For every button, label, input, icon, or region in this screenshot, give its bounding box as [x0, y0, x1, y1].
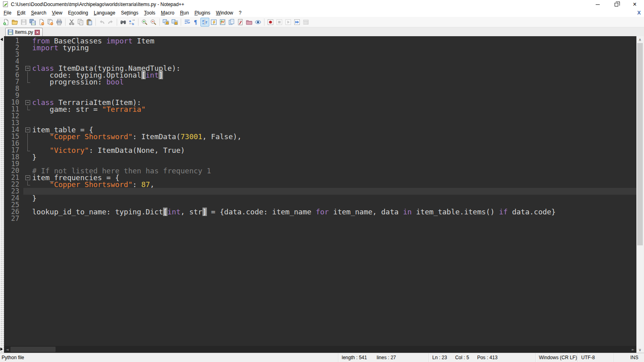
close-all-button[interactable] [46, 18, 55, 27]
line-number: 2 [4, 44, 23, 51]
code-text[interactable] [32, 85, 636, 92]
sync-horizontal-scroll-button[interactable] [170, 18, 179, 27]
code-text[interactable] [32, 51, 636, 58]
code-text[interactable]: lookup_id_to_name: typing.Dict[int, str]… [32, 208, 636, 215]
menu-?[interactable]: ? [236, 9, 244, 16]
fold-margin [23, 78, 32, 85]
save-all-button[interactable] [28, 18, 37, 27]
scroll-down-icon[interactable]: ∨ [637, 346, 643, 353]
code-text[interactable] [32, 188, 636, 195]
code-text[interactable]: } [32, 195, 636, 202]
tab-bar: Items.py× [0, 27, 644, 36]
paste-button[interactable] [85, 18, 94, 27]
vertical-scrollbar-thumb[interactable] [637, 43, 643, 245]
fold-collapse-icon[interactable] [23, 65, 32, 72]
horizontal-scrollbar[interactable]: ◄ ► [4, 346, 636, 353]
menu-view[interactable]: View [49, 9, 65, 16]
code-text[interactable] [32, 215, 636, 222]
code-line: 13 [4, 119, 636, 126]
line-number: 3 [4, 51, 23, 58]
fold-margin [23, 37, 32, 44]
notepadpp-app-icon[interactable] [2, 1, 9, 8]
code-editor[interactable]: 1from BaseClasses import Item2import typ… [4, 36, 636, 346]
replace-button[interactable]: ab [128, 18, 136, 27]
sync-vertical-scroll-button[interactable] [161, 18, 170, 27]
word-wrap-button[interactable] [183, 18, 192, 27]
open-file-button[interactable] [10, 18, 19, 27]
menu-encoding[interactable]: Encoding [65, 9, 91, 16]
tab-items-py[interactable]: Items.py× [5, 28, 43, 36]
code-text[interactable]: game: str = "Terraria" [32, 106, 636, 113]
close-all-icon [47, 19, 54, 25]
menu-run[interactable]: Run [177, 9, 192, 16]
code-text[interactable]: } [32, 154, 636, 160]
menu-close-document-button[interactable]: X [637, 10, 641, 16]
macro-save-button[interactable] [301, 18, 310, 27]
close-button[interactable]: × [625, 0, 644, 9]
panel-arrow-icon[interactable] [0, 348, 3, 351]
macro-stop-button[interactable] [275, 18, 284, 27]
code-text[interactable]: from BaseClasses import Item [32, 37, 636, 44]
toolbar-separator [264, 19, 264, 26]
show-all-characters-button[interactable]: ¶ [192, 18, 200, 27]
macro-stop-icon [276, 19, 283, 25]
fold-collapse-icon[interactable] [23, 174, 32, 181]
new-file-button[interactable] [2, 18, 10, 27]
show-indent-guide-button[interactable] [200, 18, 209, 27]
code-text[interactable]: "Copper Shortsword": 87, [32, 181, 636, 188]
menu-search[interactable]: Search [28, 9, 49, 16]
code-text[interactable]: # If not listed here then has frequency … [32, 167, 636, 174]
tab-scroll-left-icon[interactable] [0, 38, 3, 41]
macro-run-multiple-button[interactable] [293, 18, 301, 27]
view-current-file-button[interactable] [254, 18, 262, 27]
document-map-button[interactable] [218, 18, 227, 27]
copy-button[interactable] [76, 18, 85, 27]
code-text[interactable] [32, 119, 636, 126]
code-text[interactable]: "Copper Shortsword": ItemData(73001, Fal… [32, 133, 636, 140]
status-eol-format[interactable]: Windows (CR LF) [535, 353, 578, 362]
code-text[interactable]: "Victory": ItemData(None, True) [32, 147, 636, 154]
menu-language[interactable]: Language [91, 9, 118, 16]
menu-file[interactable]: File [1, 9, 14, 16]
code-line: 12 [4, 113, 636, 119]
redo-button[interactable] [106, 18, 115, 27]
macro-record-button[interactable] [266, 18, 275, 27]
monitoring-icon [237, 19, 244, 25]
undo-button[interactable] [97, 18, 106, 27]
scroll-left-icon[interactable]: ◄ [4, 346, 10, 353]
paste-icon [86, 19, 93, 25]
cut-button[interactable] [67, 18, 76, 27]
horizontal-scrollbar-thumb[interactable] [10, 347, 56, 352]
vertical-scrollbar[interactable]: ∧ ∨ [636, 36, 643, 353]
print-button[interactable] [55, 18, 64, 27]
zoom-in-button[interactable] [140, 18, 149, 27]
tab-close-icon[interactable]: × [35, 30, 40, 35]
status-insert-mode[interactable]: INS [614, 353, 644, 362]
code-text[interactable]: import typing [32, 44, 636, 51]
menu-tools[interactable]: Tools [141, 9, 158, 16]
menu-settings[interactable]: Settings [118, 9, 141, 16]
redo-icon [107, 19, 114, 25]
project-panel-button[interactable] [245, 18, 254, 27]
menu-edit[interactable]: Edit [14, 9, 28, 16]
status-encoding[interactable]: UTF-8 [578, 353, 614, 362]
minimize-button[interactable] [588, 0, 607, 9]
scroll-right-icon[interactable]: ► [630, 346, 636, 353]
monitoring-button[interactable] [236, 18, 245, 27]
function-list-button[interactable] [209, 18, 218, 27]
menu-window[interactable]: Window [213, 9, 236, 16]
menu-plugins[interactable]: Plugins [192, 9, 213, 16]
scroll-up-icon[interactable]: ∧ [637, 36, 643, 43]
close-file-button[interactable] [37, 18, 46, 27]
fold-collapse-icon[interactable] [23, 99, 32, 106]
macro-play-button[interactable] [284, 18, 293, 27]
menu-macro[interactable]: Macro [158, 9, 177, 16]
fold-collapse-icon[interactable] [23, 126, 32, 133]
code-text[interactable]: progression: bool [32, 78, 636, 85]
restore-button[interactable] [607, 0, 625, 9]
save-file-button[interactable] [19, 18, 28, 27]
zoom-out-button[interactable] [149, 18, 158, 27]
document-switcher-button[interactable] [227, 18, 236, 27]
find-button[interactable] [119, 18, 128, 27]
code-text[interactable] [32, 113, 636, 119]
